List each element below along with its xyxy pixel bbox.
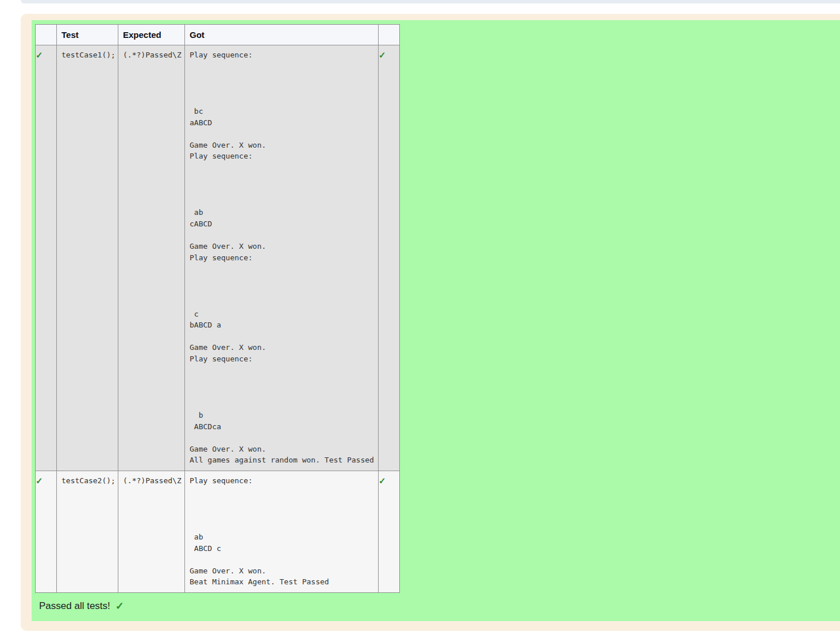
result-row: ✓testCase2();(.*?)Passed\ZPlay sequence:… (36, 471, 400, 592)
overall-result-text: Passed all tests! (39, 600, 110, 612)
got-col-header: Got (185, 25, 379, 45)
overall-pass-check-icon: ✓ (115, 601, 124, 611)
pass-result-panel: Test Expected Got ✓testCase1();(.*?)Pass… (32, 20, 840, 621)
got-output-cell: Play sequence: bc aABCD Game Over. X won… (185, 45, 379, 471)
status-col-header-left (36, 25, 57, 45)
test-code-cell: testCase1(); (57, 45, 118, 471)
got-output-cell: Play sequence: ab ABCD c Game Over. X wo… (185, 471, 379, 592)
status-pass-check-icon: ✓ (36, 471, 57, 592)
status-pass-check-icon: ✓ (379, 471, 400, 592)
results-card: Test Expected Got ✓testCase1();(.*?)Pass… (21, 14, 840, 631)
status-col-header-right (379, 25, 400, 45)
test-results-table: Test Expected Got ✓testCase1();(.*?)Pass… (35, 24, 400, 593)
test-col-header: Test (57, 25, 118, 45)
overall-result-line: Passed all tests! ✓ (39, 600, 840, 612)
status-pass-check-icon: ✓ (379, 45, 400, 471)
expected-pattern-cell: (.*?)Passed\Z (118, 45, 185, 471)
status-pass-check-icon: ✓ (36, 45, 57, 471)
result-row: ✓testCase1();(.*?)Passed\ZPlay sequence:… (36, 45, 400, 471)
previous-card-bottom-edge (21, 0, 840, 3)
test-code-cell: testCase2(); (57, 471, 118, 592)
expected-pattern-cell: (.*?)Passed\Z (118, 471, 185, 592)
table-header-row: Test Expected Got (36, 25, 400, 45)
expected-col-header: Expected (118, 25, 185, 45)
